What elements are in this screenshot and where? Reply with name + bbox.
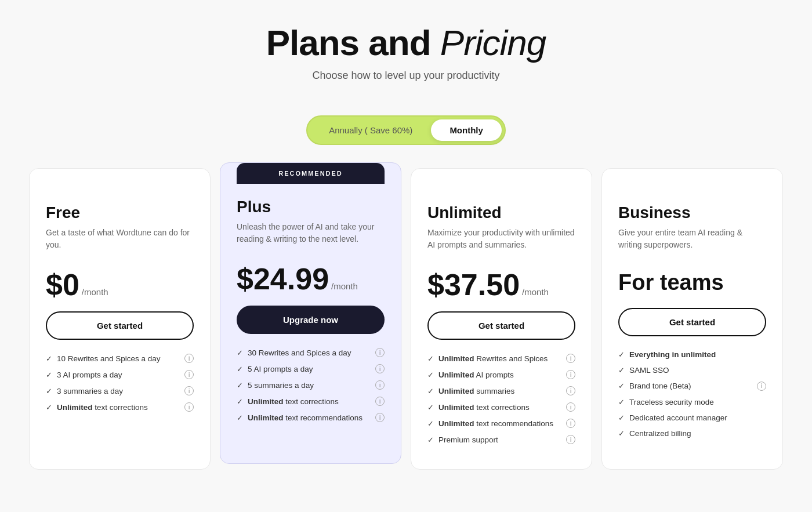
info-icon[interactable]: i: [375, 380, 385, 390]
check-icon: ✓: [618, 398, 625, 406]
check-icon: ✓: [427, 419, 434, 428]
feature-text: Premium support: [438, 435, 498, 444]
plan-price-free: $0 /month: [46, 270, 194, 300]
info-icon[interactable]: i: [757, 382, 766, 391]
feature-item: ✓ Unlimited AI prompts i: [427, 370, 575, 379]
plan-description-unlimited: Maximize your productivity with unlimite…: [427, 227, 575, 256]
plan-card-unlimited: UnlimitedMaximize your productivity with…: [411, 168, 592, 470]
check-icon: ✓: [618, 366, 625, 375]
plan-name-business: Business: [618, 204, 766, 222]
feature-text: 5 summaries a day: [248, 381, 314, 390]
feature-item: ✓ 5 summaries a day i: [237, 380, 385, 390]
feature-item: ✓ Unlimited text corrections i: [427, 402, 575, 412]
plan-card-business: BusinessGive your entire team AI reading…: [601, 168, 783, 470]
feature-text: Unlimited summaries: [438, 387, 514, 395]
feature-text: 30 Rewrites and Spices a day: [248, 348, 351, 357]
info-icon[interactable]: i: [566, 370, 575, 379]
plans-container: FreeGet a taste of what Wordtune can do …: [29, 168, 783, 470]
feature-text: Unlimited AI prompts: [438, 371, 514, 379]
plan-price-unlimited: $37.50 /month: [427, 270, 575, 300]
check-icon: ✓: [618, 413, 625, 422]
feature-item: ✓ Dedicated account manager: [618, 413, 766, 422]
feature-item: ✓ 5 AI prompts a day i: [237, 364, 385, 373]
feature-item: ✓ Unlimited text recommendations i: [427, 419, 575, 428]
check-icon: ✓: [618, 350, 625, 359]
check-icon: ✓: [618, 382, 625, 390]
feature-text: 3 AI prompts a day: [57, 371, 122, 379]
plan-card-free: FreeGet a taste of what Wordtune can do …: [29, 168, 211, 470]
plan-price-plus: $24.99 /month: [237, 264, 385, 294]
info-icon[interactable]: i: [566, 386, 575, 395]
feature-text: Unlimited text recommendations: [438, 419, 553, 428]
info-icon[interactable]: i: [184, 354, 194, 363]
info-icon[interactable]: i: [375, 413, 385, 422]
cta-button-free[interactable]: Get started: [46, 311, 194, 340]
info-icon[interactable]: i: [375, 364, 385, 373]
plan-name-plus: Plus: [237, 198, 385, 216]
info-icon[interactable]: i: [375, 397, 385, 406]
info-icon[interactable]: i: [566, 435, 575, 444]
info-icon[interactable]: i: [184, 386, 194, 395]
check-icon: ✓: [46, 387, 52, 395]
features-list-business: ✓ Everything in unlimited ✓ SAML SSO ✓ B…: [618, 350, 766, 438]
info-icon[interactable]: i: [566, 354, 575, 363]
feature-item: ✓ 10 Rewrites and Spices a day i: [46, 354, 194, 363]
check-icon: ✓: [237, 365, 243, 373]
check-icon: ✓: [427, 403, 434, 412]
info-icon[interactable]: i: [566, 402, 575, 412]
feature-text: SAML SSO: [629, 366, 669, 375]
page-header: Plans and Pricing Choose how to level up…: [266, 23, 546, 98]
feature-text: Unlimited text corrections: [57, 403, 148, 412]
feature-item: ✓ Traceless security mode: [618, 398, 766, 406]
cta-button-plus[interactable]: Upgrade now: [237, 306, 385, 334]
feature-item: ✓ 30 Rewrites and Spices a day i: [237, 348, 385, 357]
feature-item: ✓ Brand tone (Beta) i: [618, 382, 766, 391]
feature-item: ✓ 3 summaries a day i: [46, 386, 194, 395]
features-list-free: ✓ 10 Rewrites and Spices a day i ✓ 3 AI …: [46, 354, 194, 412]
page-title: Plans and Pricing: [266, 23, 546, 63]
check-icon: ✓: [237, 397, 243, 406]
feature-text: Centralized billing: [629, 429, 691, 438]
check-icon: ✓: [237, 348, 243, 357]
feature-item: ✓ Unlimited text recommendations i: [237, 413, 385, 422]
page-subtitle: Choose how to level up your productivity: [266, 70, 546, 82]
check-icon: ✓: [618, 429, 625, 438]
cta-button-unlimited[interactable]: Get started: [427, 311, 575, 340]
billing-toggle[interactable]: Annually ( Save 60%) Monthly: [306, 115, 506, 145]
feature-text: Unlimited text corrections: [248, 397, 339, 406]
plan-card-plus: RECOMMENDEDPlusUnleash the power of AI a…: [220, 162, 401, 464]
check-icon: ✓: [46, 354, 52, 363]
feature-text: Dedicated account manager: [629, 413, 727, 422]
plan-description-free: Get a taste of what Wordtune can do for …: [46, 227, 194, 256]
plan-name-free: Free: [46, 204, 194, 222]
feature-text: Traceless security mode: [629, 398, 714, 406]
cta-button-business[interactable]: Get started: [618, 308, 766, 336]
check-icon: ✓: [427, 371, 434, 379]
feature-text: Unlimited Rewrites and Spices: [438, 354, 548, 363]
check-icon: ✓: [427, 435, 434, 444]
feature-text: Unlimited text corrections: [438, 403, 530, 412]
check-icon: ✓: [427, 387, 434, 395]
features-list-unlimited: ✓ Unlimited Rewrites and Spices i ✓ Unli…: [427, 354, 575, 444]
feature-text: Brand tone (Beta): [629, 382, 691, 390]
feature-item: ✓ Centralized billing: [618, 429, 766, 438]
info-icon[interactable]: i: [184, 402, 194, 412]
feature-text: 5 AI prompts a day: [248, 365, 313, 373]
check-icon: ✓: [427, 354, 434, 363]
feature-item: ✓ Unlimited Rewrites and Spices i: [427, 354, 575, 363]
plan-name-unlimited: Unlimited: [427, 204, 575, 222]
billing-annually[interactable]: Annually ( Save 60%): [310, 119, 431, 141]
info-icon[interactable]: i: [184, 370, 194, 379]
info-icon[interactable]: i: [375, 348, 385, 357]
features-list-plus: ✓ 30 Rewrites and Spices a day i ✓ 5 AI …: [237, 348, 385, 422]
billing-monthly[interactable]: Monthly: [431, 119, 502, 141]
plan-description-plus: Unleash the power of AI and take your re…: [237, 221, 385, 250]
feature-item: ✓ Unlimited text corrections i: [237, 397, 385, 406]
check-icon: ✓: [46, 371, 52, 379]
info-icon[interactable]: i: [566, 419, 575, 428]
feature-item: ✓ Unlimited text corrections i: [46, 402, 194, 412]
check-icon: ✓: [46, 403, 52, 412]
plan-price-business: For teams: [618, 270, 766, 296]
feature-item: ✓ Premium support i: [427, 435, 575, 444]
feature-item: ✓ 3 AI prompts a day i: [46, 370, 194, 379]
